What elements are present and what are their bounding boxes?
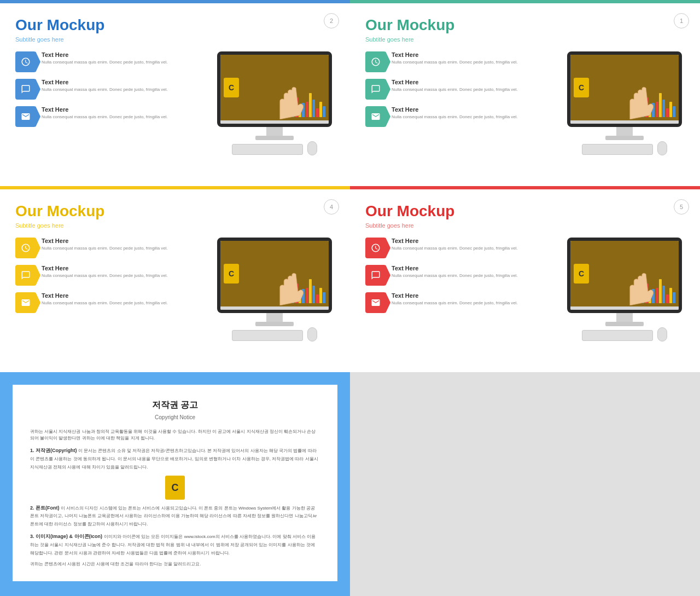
feature-text-3-3: Text Here Nulla consequat massa quis eni… [42,292,206,306]
feature-desc-2-2: Nulla consequat massa quis enim. Donec p… [392,86,556,92]
feature-title-3-1: Text Here [42,238,206,244]
c-logo-3: C [224,264,239,283]
clock-icon-4 [371,243,381,253]
monitor-bottom-2 [570,120,679,124]
feature-icon-3-1 [15,238,36,258]
feature-title-1-1: Text Here [42,51,206,58]
monitor-4: C [567,238,682,313]
feature-title-2-3: Text Here [392,106,556,113]
feature-text-4-2: Text Here Nulla consequat massa quis eni… [392,265,556,279]
feature-item-2-2: Text Here Nulla consequat massa quis eni… [365,79,556,100]
finger-pointer-1 [258,83,318,119]
feature-icon-2-2 [365,79,386,100]
monitor-screen-4: C [570,241,679,306]
feature-list-4: Text Here Nulla consequat massa quis eni… [365,238,556,342]
monitor-stand-1 [266,127,283,136]
monitor-base-2 [605,136,644,140]
slide-content-3: Text Here Nulla consequat massa quis eni… [15,238,335,342]
feature-list-2: Text Here Nulla consequat massa quis eni… [365,51,556,155]
monitor-area-2: C [564,51,685,155]
feature-icon-2-3 [365,106,386,127]
keyboard-4 [582,330,653,341]
finger-pointer-3 [258,269,318,305]
feature-icon-2-1 [365,51,386,72]
feature-item-1-2: Text Here Nulla consequat massa quis eni… [15,79,206,100]
feature-text-2-2: Text Here Nulla consequat massa quis eni… [392,79,556,92]
feature-desc-1-1: Nulla consequat massa quis enim. Donec p… [42,59,206,65]
slide-content-4: Text Here Nulla consequat massa quis eni… [365,238,685,342]
slide-content-1: Text Here Nulla consequat massa quis eni… [15,51,335,155]
chat-icon-1 [21,84,31,94]
feature-title-3-3: Text Here [42,292,206,299]
feature-item-2-3: Text Here Nulla consequat massa quis eni… [365,106,556,127]
monitor-stand-4 [616,313,633,322]
copyright-section-3: 3. 이미지(Image) & 아이콘(Icon) 이미지와 아이콘에 있는 모… [30,533,320,557]
copyright-section3-title: 3. 이미지(Image) & 아이콘(Icon) [30,534,102,539]
feature-text-2-1: Text Here Nulla consequat massa quis eni… [392,51,556,65]
keyboard-1 [232,144,303,155]
monitor-stand-3 [266,313,283,322]
slide-subtitle-4: Subtitle goes here [365,222,685,229]
monitor-3: C [217,238,332,313]
feature-text-3-1: Text Here Nulla consequat massa quis eni… [42,238,206,251]
slide-number-3: 4 [324,199,339,215]
copyright-section2-text: 이 서비스의 디자인 시스템에 있는 폰트는 서비스에 사용되고있습니다. 이 … [30,506,317,527]
feature-item-3-1: Text Here Nulla consequat massa quis eni… [15,238,206,258]
keyboard-mouse-4 [582,327,667,342]
feature-desc-4-2: Nulla consequat massa quis enim. Donec p… [392,273,556,279]
center-c-icon: C [165,476,185,500]
feature-text-2-3: Text Here Nulla consequat massa quis eni… [392,106,556,120]
feature-item-4-2: Text Here Nulla consequat massa quis eni… [365,265,556,286]
feature-title-1-3: Text Here [42,106,206,113]
slide-number-2: 1 [674,13,689,28]
feature-icon-3-3 [15,292,36,313]
copyright-section-1: 1. 저작권(Copyright) 이 문서는 콘텐츠의 소유 및 저작권은 저… [30,447,320,471]
copyright-title-ko: 저작권 공고 [30,398,320,412]
monitor-screen-1: C [220,55,329,120]
copyright-section-2: 2. 폰트(Font) 이 서비스의 디자인 시스템에 있는 폰트는 서비스에 … [30,504,320,528]
copyright-title-en: Copyright Notice [30,413,320,422]
feature-desc-3-2: Nulla consequat massa quis enim. Donec p… [42,273,206,279]
c-logo-2: C [574,78,589,97]
clock-icon-2 [371,57,381,67]
clock-icon-1 [21,57,31,67]
copyright-outro: 귀하는 콘텐츠에서 사용된 시간은 사용에 대한 조건을 따라야 한다는 것을 … [30,561,320,568]
feature-item-4-1: Text Here Nulla consequat massa quis eni… [365,238,556,258]
feature-text-3-2: Text Here Nulla consequat massa quis eni… [42,265,206,279]
feature-item-3-3: Text Here Nulla consequat massa quis eni… [15,292,206,313]
monitor-2: C [567,51,682,127]
slide-subtitle-2: Subtitle goes here [365,36,685,43]
feature-title-1-2: Text Here [42,79,206,85]
monitor-bottom-3 [220,306,329,310]
slide-title-4: Our Mockup [365,202,685,220]
feature-title-2-2: Text Here [392,79,556,85]
monitor-1: C [217,51,332,127]
feature-desc-1-2: Nulla consequat massa quis enim. Donec p… [42,86,206,92]
feature-item-2-1: Text Here Nulla consequat massa quis eni… [365,51,556,72]
monitor-base-4 [605,322,644,326]
feature-desc-3-3: Nulla consequat massa quis enim. Donec p… [42,300,206,306]
envelope-icon-1 [21,112,31,121]
keyboard-mouse-2 [582,141,667,155]
envelope-icon-4 [371,298,381,308]
slide-panel-2: 1 Our Mockup Subtitle goes here Text Her… [350,0,700,186]
feature-text-4-3: Text Here Nulla consequat massa quis eni… [392,292,556,306]
feature-item-1-1: Text Here Nulla consequat massa quis eni… [15,51,206,72]
slide-panel-1: 2 Our Mockup Subtitle goes here Text Her… [0,0,350,186]
slide-panel-3: 4 Our Mockup Subtitle goes here Text Her… [0,186,350,372]
monitor-screen-2: C [570,55,679,120]
slide-title-2: Our Mockup [365,16,685,34]
monitor-area-1: C [214,51,335,155]
monitor-area-4: C [564,238,685,342]
c-logo-1: C [224,78,239,97]
monitor-bottom-4 [570,306,679,310]
feature-item-1-3: Text Here Nulla consequat massa quis eni… [15,106,206,127]
feature-title-4-3: Text Here [392,292,556,299]
feature-desc-3-1: Nulla consequat massa quis enim. Donec p… [42,245,206,251]
feature-icon-4-3 [365,292,386,313]
feature-icon-1-1 [15,51,36,72]
copyright-section2-title: 2. 폰트(Font) [30,505,60,511]
feature-list-3: Text Here Nulla consequat massa quis eni… [15,238,206,342]
clock-icon-3 [21,243,31,253]
slide-number-1: 2 [324,13,339,28]
